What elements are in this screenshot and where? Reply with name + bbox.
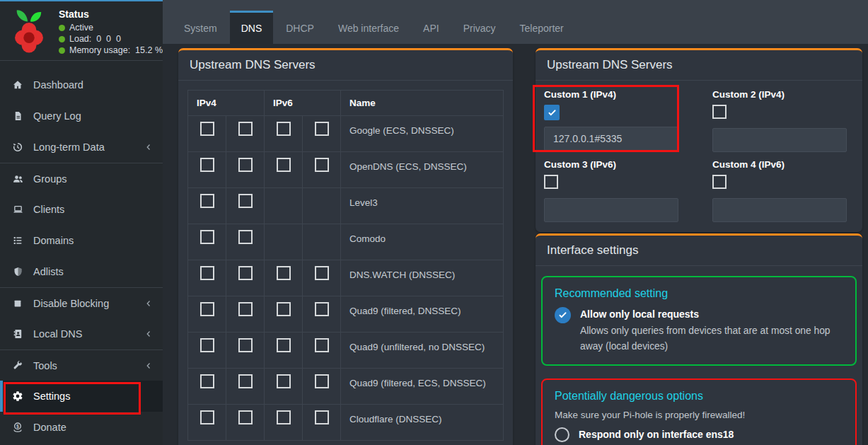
ipv4-checkbox[interactable]: [200, 266, 214, 280]
ipv4-checkbox[interactable]: [200, 194, 214, 208]
custom-2-input[interactable]: [712, 128, 847, 152]
ipv4-checkbox[interactable]: [238, 158, 253, 172]
table-row: DNS.WATCH (DNSSEC): [188, 260, 504, 296]
status-text: Memory usage: 15.2 %: [69, 45, 163, 55]
ipv4-checkbox[interactable]: [200, 230, 214, 244]
sidebar-item-settings[interactable]: Settings: [0, 381, 163, 412]
ipv6-checkbox[interactable]: [277, 266, 291, 280]
ipv4-checkbox[interactable]: [200, 338, 214, 352]
sidebar-item-query-log[interactable]: Query Log: [0, 100, 163, 132]
ipv6-checkbox[interactable]: [315, 338, 329, 352]
ipv4-checkbox[interactable]: [200, 374, 214, 388]
ipv6-checkbox[interactable]: [277, 374, 291, 388]
ipv6-checkbox[interactable]: [315, 410, 329, 424]
sidebar-item-long-term-data[interactable]: Long-term Data: [0, 132, 163, 163]
status-dot-icon: [59, 47, 65, 54]
donate-icon: $: [11, 422, 25, 433]
custom-3-checkbox[interactable]: [544, 175, 558, 189]
sidebar-menu: DashboardQuery LogLong-term DataGroupsCl…: [0, 61, 163, 443]
sidebar-item-disable-blocking[interactable]: Disable Blocking: [0, 287, 163, 318]
ipv4-checkbox[interactable]: [238, 374, 253, 388]
ipv6-checkbox[interactable]: [277, 302, 291, 316]
ipv4-checkbox[interactable]: [238, 410, 253, 424]
tab-api[interactable]: API: [412, 11, 451, 44]
ipv6-checkbox[interactable]: [315, 266, 329, 280]
wrench-icon: [11, 360, 25, 371]
ipv4-checkbox[interactable]: [238, 122, 253, 136]
panel-title-upstream-table: Upstream DNS Servers: [178, 50, 513, 81]
dangerous-option-row: Respond only on interface ens18: [555, 427, 843, 442]
sidebar-item-dashboard[interactable]: Dashboard: [0, 69, 163, 100]
ipv6-checkbox[interactable]: [315, 374, 329, 388]
custom-server-field: Custom 3 (IPv6): [544, 159, 678, 222]
status-title: Status: [59, 8, 163, 20]
sidebar-item-groups[interactable]: Groups: [0, 163, 163, 194]
ipv4-checkbox[interactable]: [238, 266, 253, 280]
upstream-dns-table-panel: Upstream DNS Servers IPv4 IPv6 Name Goog…: [178, 48, 513, 445]
sidebar-item-donate[interactable]: $Donate: [0, 412, 163, 443]
ipv4-checkbox[interactable]: [200, 410, 214, 424]
ipv6-checkbox[interactable]: [277, 158, 291, 172]
dns-provider-name: Quad9 (filtered, ECS, DNSSEC): [341, 369, 504, 405]
interface-settings-panel: Interface settings Recommended setting A…: [536, 233, 862, 445]
status-row: Load: 0 0 0: [59, 34, 163, 44]
sidebar-item-label: Tools: [33, 360, 57, 371]
ipv4-checkbox[interactable]: [200, 158, 214, 172]
status-text: Load: 0 0 0: [69, 34, 121, 44]
ipv6-checkbox[interactable]: [315, 122, 329, 136]
ipv4-checkbox[interactable]: [200, 122, 214, 136]
allow-local-requests-radio[interactable]: [555, 307, 571, 323]
firewall-warning-text: Make sure your Pi-hole is properly firew…: [555, 410, 843, 420]
table-row: Level3: [188, 188, 504, 224]
file-icon: [11, 110, 25, 122]
column-header-ipv4: IPv4: [188, 91, 265, 116]
sidebar-item-label: Query Log: [33, 110, 81, 122]
tab-privacy[interactable]: Privacy: [452, 11, 507, 44]
tab-dhcp[interactable]: DHCP: [274, 11, 325, 44]
sidebar-item-tools[interactable]: Tools: [0, 349, 163, 381]
recommended-setting-callout: Recommended setting Allow only local req…: [541, 276, 857, 366]
main-area: SystemDNSDHCPWeb interfaceAPIPrivacyTele…: [163, 0, 868, 445]
table-row: Comodo: [188, 224, 504, 260]
sidebar-item-clients[interactable]: Clients: [0, 194, 163, 225]
ipv6-checkbox[interactable]: [277, 122, 291, 136]
shield-icon: [11, 266, 25, 277]
custom-1-checkbox[interactable]: [544, 105, 560, 120]
custom-4-input[interactable]: [712, 198, 847, 222]
ipv6-checkbox[interactable]: [315, 158, 329, 172]
status-rows: ActiveLoad: 0 0 0Memory usage: 15.2 %: [59, 23, 163, 55]
ipv4-checkbox[interactable]: [238, 302, 253, 316]
dangerous-options-heading: Potentially dangerous options: [555, 390, 843, 403]
sidebar-item-domains[interactable]: Domains: [0, 225, 163, 256]
status-dot-icon: [59, 36, 65, 42]
dns-provider-name: Google (ECS, DNSSEC): [341, 116, 504, 152]
tab-system[interactable]: System: [173, 11, 228, 44]
sidebar-item-label: Donate: [33, 422, 66, 433]
ipv4-checkbox[interactable]: [238, 230, 253, 244]
status-panel: Status ActiveLoad: 0 0 0Memory usage: 15…: [0, 1, 163, 61]
chevron-left-icon: [144, 362, 153, 370]
tab-dns[interactable]: DNS: [230, 11, 274, 44]
ipv4-checkbox[interactable]: [238, 338, 253, 352]
custom-1-input[interactable]: [544, 127, 678, 151]
users-icon: [11, 173, 25, 185]
tab-teleporter[interactable]: Teleporter: [509, 11, 575, 44]
dns-provider-name: Level3: [341, 188, 504, 224]
sidebar-item-label: Clients: [33, 204, 64, 215]
dangerous-option-radio-1[interactable]: [555, 427, 569, 442]
tab-web-interface[interactable]: Web interface: [327, 11, 410, 44]
ipv4-checkbox[interactable]: [238, 194, 253, 208]
list-icon: [11, 235, 25, 246]
ipv4-checkbox[interactable]: [200, 302, 214, 316]
dangerous-options-callout: Potentially dangerous options Make sure …: [541, 378, 857, 445]
sidebar-item-adlists[interactable]: Adlists: [0, 256, 163, 287]
custom-2-checkbox[interactable]: [712, 105, 727, 119]
custom-4-checkbox[interactable]: [712, 175, 727, 189]
sidebar-item-label: Settings: [33, 391, 70, 402]
custom-3-input[interactable]: [544, 198, 678, 222]
sidebar-item-local-dns[interactable]: Local DNS: [0, 318, 163, 349]
dangerous-option-label: Respond only on interface ens18: [579, 427, 734, 442]
ipv6-checkbox[interactable]: [277, 338, 291, 352]
ipv6-checkbox[interactable]: [315, 302, 329, 316]
ipv6-checkbox[interactable]: [277, 410, 291, 424]
